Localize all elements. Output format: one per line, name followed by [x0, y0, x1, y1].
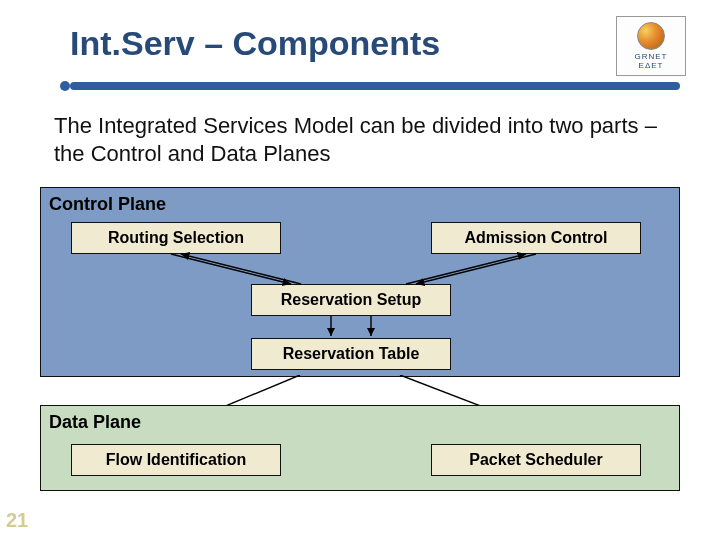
data-plane-box: Data Plane Flow Identification Packet Sc… [40, 405, 680, 491]
svg-line-1 [181, 254, 301, 284]
logo-text-bottom: ΕΔΕΤ [639, 61, 664, 70]
svg-line-2 [416, 254, 536, 284]
globe-icon [637, 22, 665, 50]
control-plane-label: Control Plane [49, 194, 671, 215]
slide: Int.Serv – Components GRNET ΕΔΕΤ The Int… [0, 0, 720, 540]
intro-text: The Integrated Services Model can be div… [54, 112, 680, 167]
logo-text-top: GRNET [635, 52, 668, 61]
node-flow-identification: Flow Identification [71, 444, 281, 476]
svg-line-0 [171, 254, 291, 284]
title-underline [70, 82, 680, 94]
data-plane-label: Data Plane [49, 412, 671, 433]
control-plane-box: Control Plane Routing Selection Admissio… [40, 187, 680, 377]
diagram: Control Plane Routing Selection Admissio… [40, 187, 680, 491]
logo-grnet: GRNET ΕΔΕΤ [616, 16, 686, 76]
svg-line-3 [406, 254, 526, 284]
title-row: Int.Serv – Components GRNET ΕΔΕΤ [40, 16, 680, 76]
node-reservation-setup: Reservation Setup [251, 284, 451, 316]
node-reservation-table: Reservation Table [251, 338, 451, 370]
node-routing-selection: Routing Selection [71, 222, 281, 254]
node-packet-scheduler: Packet Scheduler [431, 444, 641, 476]
slide-title: Int.Serv – Components [40, 24, 616, 63]
node-admission-control: Admission Control [431, 222, 641, 254]
slide-number: 21 [6, 509, 28, 532]
